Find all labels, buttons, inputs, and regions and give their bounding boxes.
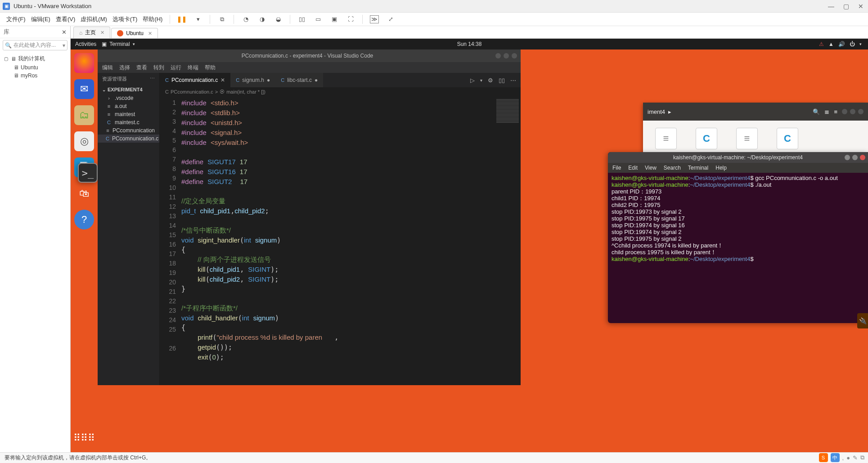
menu-item[interactable]: 文件(F) bbox=[4, 15, 28, 23]
enter-vm-icon[interactable]: ≫ bbox=[370, 15, 379, 23]
power-dropdown-icon[interactable]: ▾ bbox=[193, 15, 202, 23]
ime-lang-icon[interactable]: 中 bbox=[831, 453, 840, 462]
vscode-menu-item[interactable]: 编辑 bbox=[102, 64, 113, 72]
dock-software[interactable]: 🛍 bbox=[74, 184, 94, 203]
file-item[interactable]: ›.vscode bbox=[98, 94, 159, 102]
view-fullscreen-icon[interactable]: ⛶ bbox=[346, 15, 355, 23]
file-item[interactable]: CPCcomnunication.c bbox=[98, 135, 159, 143]
file-item[interactable]: ≡a.out bbox=[98, 102, 159, 110]
library-close-icon[interactable]: ✕ bbox=[62, 29, 67, 36]
minimap[interactable] bbox=[495, 96, 521, 385]
close-button[interactable]: ✕ bbox=[856, 3, 865, 10]
terminal-menu-item[interactable]: Search bbox=[664, 165, 681, 171]
close-icon[interactable] bbox=[858, 109, 864, 114]
file-icon: ≡ bbox=[736, 128, 758, 149]
vscode-menu-item[interactable]: 帮助 bbox=[205, 64, 216, 72]
tab-ubuntu[interactable]: Ubuntu ✕ bbox=[111, 28, 158, 38]
sogou-ime-icon[interactable]: S bbox=[819, 453, 828, 462]
more-icon[interactable]: ⋯ bbox=[150, 76, 155, 82]
dock-help[interactable]: ? bbox=[74, 210, 94, 229]
close-tab-icon[interactable]: ✕ bbox=[148, 31, 152, 36]
file-item[interactable]: Cmaintest.c bbox=[98, 118, 159, 126]
editor-tab[interactable]: Clibc-start.c● bbox=[275, 73, 323, 87]
dock-files[interactable]: 🗂 bbox=[74, 105, 94, 125]
clock[interactable]: Sun 14:38 bbox=[457, 41, 482, 47]
more-icon[interactable]: ⋯ bbox=[510, 77, 516, 84]
ime-handwrite-icon[interactable]: ✎ bbox=[853, 454, 858, 461]
minimize-button[interactable]: — bbox=[826, 3, 836, 10]
show-apps-icon[interactable]: ⠿⠿⠿ bbox=[73, 432, 95, 444]
dock-thunderbird[interactable]: ✉ bbox=[74, 79, 94, 99]
search-dropdown-icon[interactable]: ▾ bbox=[63, 42, 65, 49]
maximize-icon[interactable] bbox=[850, 109, 855, 114]
view-console-icon[interactable]: ▣ bbox=[330, 15, 339, 23]
active-app-menu[interactable]: ▣ Terminal ▾ bbox=[102, 41, 135, 47]
minimize-icon[interactable] bbox=[495, 53, 501, 58]
terminal-line: stop PID:19973 by signal 2 bbox=[612, 208, 864, 215]
maximize-icon[interactable] bbox=[504, 53, 509, 58]
pause-icon[interactable]: ❚❚ bbox=[177, 15, 186, 23]
terminal-menu-item[interactable]: Help bbox=[715, 165, 727, 171]
usb-sidebar-icon[interactable]: 🔌 bbox=[857, 313, 868, 328]
menu-item[interactable]: 选项卡(T) bbox=[110, 15, 140, 23]
terminal-menu-item[interactable]: File bbox=[612, 165, 621, 171]
vscode-menu-item[interactable]: 选择 bbox=[119, 64, 130, 72]
snapshot-take-icon[interactable]: ◔ bbox=[241, 15, 250, 23]
menu-item[interactable]: 虚拟机(M) bbox=[78, 15, 110, 23]
activities-button[interactable]: Activities bbox=[75, 41, 96, 47]
editor-tab[interactable]: Csignum.h● bbox=[230, 73, 275, 87]
hamburger-icon[interactable]: ≡ bbox=[834, 108, 837, 115]
guest-display[interactable]: Activities ▣ Terminal ▾ Sun 14:38 ⚠ ▲ 🔊 … bbox=[71, 39, 868, 452]
ime-toolbox-icon[interactable]: ⧉ bbox=[860, 454, 864, 461]
library-search[interactable]: 🔍 在此处键入内容... ▾ bbox=[3, 40, 67, 50]
dock-firefox[interactable] bbox=[74, 53, 94, 73]
run-dropdown-icon[interactable]: ▾ bbox=[480, 78, 482, 83]
terminal-menu-item[interactable]: Terminal bbox=[688, 165, 708, 171]
tab-home[interactable]: ⌂ 主页 ✕ bbox=[73, 27, 110, 38]
minimize-icon[interactable] bbox=[845, 155, 850, 160]
send-ctrl-alt-del-icon[interactable]: ⧉ bbox=[217, 15, 226, 23]
close-icon[interactable] bbox=[512, 53, 517, 58]
snapshot-revert-icon[interactable]: ◑ bbox=[257, 15, 266, 23]
maximize-button[interactable]: ▢ bbox=[841, 3, 851, 10]
menu-item[interactable]: 帮助(H) bbox=[140, 15, 165, 23]
system-tray[interactable]: ⚠ ▲ 🔊 ⏻ ▾ bbox=[819, 41, 862, 47]
maximize-icon[interactable] bbox=[852, 155, 858, 160]
vscode-menu-item[interactable]: 查看 bbox=[136, 64, 147, 72]
ime-punct-icon[interactable]: , bbox=[842, 454, 844, 461]
run-icon[interactable]: ▷ bbox=[470, 77, 475, 84]
terminal-output[interactable]: kaishen@gks-virtual-machine:~/Desktop/ex… bbox=[608, 173, 868, 264]
file-item[interactable]: ≡maintest bbox=[98, 110, 159, 118]
ime-mic-icon[interactable]: ● bbox=[846, 454, 850, 461]
path-bar[interactable]: iment4 ▸ bbox=[648, 108, 808, 115]
breadcrumb[interactable]: CPCcomnunication.c>⦿main(int, char * []) bbox=[160, 87, 521, 96]
close-tab-icon[interactable]: ✕ bbox=[220, 77, 225, 83]
settings-icon[interactable]: ⚙ bbox=[488, 77, 493, 84]
tree-item[interactable]: 🖥Ubuntu bbox=[1, 63, 69, 72]
tree-root[interactable]: ▢ 🖥 我的计算机 bbox=[1, 54, 69, 63]
menu-item[interactable]: 查看(V) bbox=[53, 15, 78, 23]
file-item[interactable]: ≡PCcomnunication bbox=[98, 126, 159, 135]
snapshot-manage-icon[interactable]: ◒ bbox=[274, 15, 283, 23]
vscode-menu-item[interactable]: 终端 bbox=[188, 64, 198, 72]
view-single-icon[interactable]: ▯▯ bbox=[297, 15, 306, 23]
dock-terminal[interactable]: >_ bbox=[78, 163, 98, 183]
dock-rhythmbox[interactable]: ◎ bbox=[74, 131, 94, 151]
workspace-root[interactable]: ⌄ EXPERIMENT4 bbox=[98, 85, 159, 94]
terminal-menu-item[interactable]: View bbox=[645, 165, 657, 171]
split-icon[interactable]: ▯▯ bbox=[499, 77, 505, 84]
code-editor[interactable]: 1 2 3 4 5 6 7 8 9 10 11 12 13 14 15 16 1… bbox=[160, 96, 521, 385]
close-icon[interactable] bbox=[860, 155, 865, 160]
close-tab-icon[interactable]: ✕ bbox=[100, 30, 104, 36]
minimize-icon[interactable] bbox=[842, 109, 847, 114]
view-unity-icon[interactable]: ▭ bbox=[314, 15, 323, 23]
view-list-icon[interactable]: ≣ bbox=[824, 108, 829, 115]
menu-item[interactable]: 编辑(E) bbox=[28, 15, 53, 23]
stretch-icon[interactable]: ⤢ bbox=[386, 15, 395, 23]
editor-tab[interactable]: CPCcomnunication.c✕ bbox=[160, 73, 230, 87]
vscode-menu-item[interactable]: 转到 bbox=[153, 64, 164, 72]
search-icon[interactable]: 🔍 bbox=[813, 108, 820, 115]
vscode-menu-item[interactable]: 运行 bbox=[171, 64, 181, 72]
tree-item[interactable]: 🖥myRos bbox=[1, 72, 69, 80]
terminal-menu-item[interactable]: Edit bbox=[628, 165, 638, 171]
